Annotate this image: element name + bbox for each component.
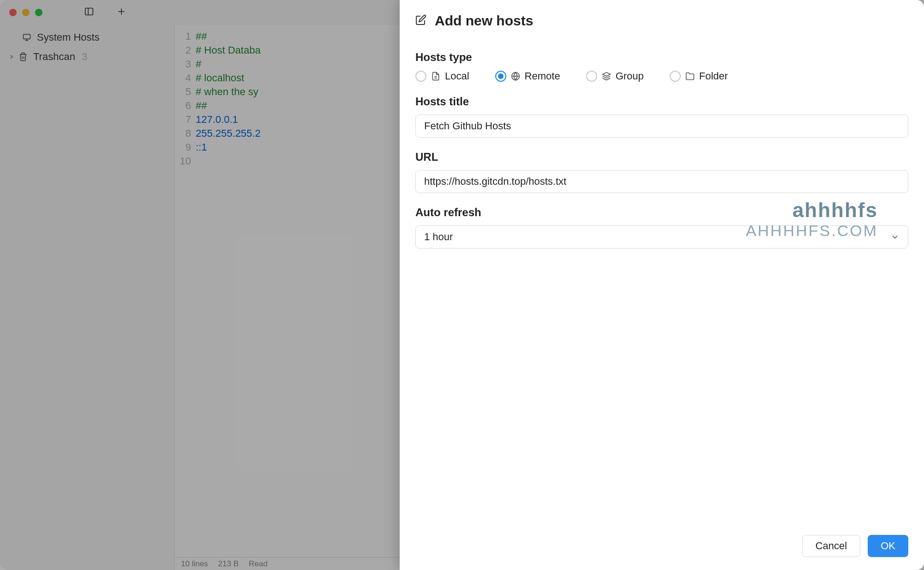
radio-indicator [670, 71, 681, 82]
hosts-title-input[interactable] [415, 115, 908, 138]
edit-icon [415, 14, 426, 27]
add-hosts-modal: Add new hosts Hosts type Local Remote [400, 0, 924, 570]
chevron-down-icon [890, 232, 900, 242]
svg-marker-11 [602, 73, 610, 76]
layers-icon [602, 72, 611, 81]
file-icon [431, 72, 440, 81]
url-label: URL [415, 151, 908, 164]
radio-label: Local [445, 70, 469, 82]
radio-indicator [415, 71, 426, 82]
modal-title: Add new hosts [435, 13, 533, 29]
ok-button[interactable]: OK [868, 535, 908, 557]
radio-label: Remote [525, 70, 560, 82]
radio-indicator [495, 71, 506, 82]
globe-icon [511, 72, 520, 81]
radio-remote[interactable]: Remote [495, 70, 560, 82]
auto-refresh-label: Auto refresh [415, 206, 908, 219]
radio-label: Folder [699, 70, 728, 82]
cancel-button[interactable]: Cancel [802, 535, 860, 557]
select-value: 1 hour [424, 231, 453, 243]
radio-folder[interactable]: Folder [670, 70, 728, 82]
auto-refresh-select[interactable]: 1 hour [415, 225, 908, 249]
folder-icon [685, 72, 695, 81]
radio-indicator [586, 71, 597, 82]
hosts-type-label: Hosts type [415, 51, 908, 64]
radio-local[interactable]: Local [415, 70, 469, 82]
radio-label: Group [616, 70, 644, 82]
url-input[interactable] [415, 170, 908, 193]
hosts-type-radio-group: Local Remote Group Folder [415, 70, 908, 82]
hosts-title-label: Hosts title [415, 95, 908, 108]
app-window: System Hosts Trashcan 3 12345678910 ### … [0, 0, 924, 570]
radio-group[interactable]: Group [586, 70, 644, 82]
